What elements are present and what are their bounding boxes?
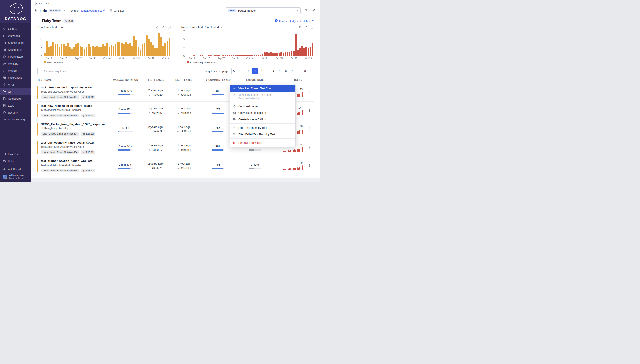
page-button-1[interactable]: 1 [252, 68, 258, 74]
page-button-2[interactable]: 2 [258, 68, 264, 74]
user-menu[interactable]: william.mcmul... Datadog Demo (... [0, 172, 31, 181]
branch-dropdown-chevron-icon[interactable] [64, 9, 66, 12]
chart-metric-dropdown-chevron-icon[interactable] [220, 26, 223, 28]
tag-pill[interactable]: Linux Ubuntu Bionic 18.04 amd64 [41, 95, 79, 99]
avg-duration-cell: 1 min 37 s [109, 108, 141, 114]
sidebar-item-ci[interactable]: CI [0, 88, 31, 95]
page-button-6[interactable]: 6 [283, 68, 289, 74]
row-actions-button[interactable] [305, 127, 314, 131]
first-flaked-cell: 2 years agocb6f582 [141, 107, 170, 115]
test-name: DEMO_Factor_New_life_short_"OK"_response [41, 122, 105, 126]
commits-bar-fill [212, 150, 224, 150]
menu-item-view-last-flaked-test-run[interactable]: View Last Flaked Test Run [230, 85, 295, 92]
tag-pill[interactable]: go 1.15.12 [81, 95, 95, 99]
bar [305, 47, 307, 56]
sidebar-item-apm[interactable]: APM› [0, 81, 31, 88]
first-flaked-commit[interactable]: cb6f582 [148, 112, 162, 115]
table-row[interactable]: test_brother_section_nation_who_setTestW… [38, 157, 314, 175]
tag-pill[interactable]: Linux Ubuntu Bionic 18.04 amd64 [41, 132, 79, 136]
search-input[interactable] [44, 70, 86, 73]
column-first-flaked[interactable]: FIRST FLAKED [141, 79, 170, 81]
tag-pill[interactable]: Linux Ubuntu Bionic 18.04 amd64 [41, 169, 79, 172]
prev-page-arrow-icon[interactable] [246, 70, 252, 73]
spark-bar [283, 169, 284, 170]
scope-icon[interactable] [299, 26, 302, 29]
repo-link[interactable]: DataDog/shopist [81, 9, 105, 12]
column-trend[interactable]: TREND [272, 79, 305, 81]
flaky-help-link[interactable]: ? How are flaky tests defined? [275, 19, 314, 23]
page-button-4[interactable]: 4 [271, 68, 276, 74]
menu-item-remove-flaky-test[interactable]: Remove Flaky Test [230, 140, 295, 146]
sidebar-item-help[interactable]: Help› [0, 158, 31, 165]
first-flaked-commit[interactable]: 43e0a29 [148, 167, 162, 170]
sidebar-item-service-mgmt[interactable]: Service Mgmt› [0, 39, 31, 46]
column-last-flaked[interactable]: LAST FLAKED [170, 79, 198, 81]
row-actions-button[interactable] [305, 90, 314, 94]
collapse-section-chevron-icon[interactable] [38, 20, 40, 22]
last-flaked-commit[interactable]: 865cbf1 [177, 148, 191, 152]
page-button-3[interactable]: 3 [265, 68, 270, 74]
menu-item-copy-issue-description[interactable]: Copy issue description [230, 110, 295, 116]
tag-pill[interactable]: go 1.15.12 [81, 169, 95, 172]
menu-item-filter-test-runs-by-test[interactable]: Filter Test Runs by Test [230, 124, 295, 131]
column-average-duration[interactable]: AVERAGE DURATION [109, 79, 141, 81]
breadcrumb-root[interactable]: CI [39, 2, 42, 5]
last-flaked-commit[interactable]: 710faeb [177, 112, 191, 115]
sidebar-item-integrations[interactable]: Integrations› [0, 74, 31, 81]
bar [131, 46, 133, 56]
export-icon[interactable] [305, 26, 308, 29]
page-button-7[interactable]: 7 [289, 68, 295, 74]
column-failure-rate[interactable]: FAILURE RATE [238, 79, 272, 81]
per-page-select[interactable]: 5 [231, 68, 242, 74]
sidebar-item-ask-bits-ai[interactable]: Ask Bits AI [0, 166, 31, 172]
sidebar-item-monitors[interactable]: Monitors› [0, 60, 31, 67]
column-commits-flaked[interactable]: COMMITS FLAKED [198, 79, 238, 81]
tag-pill[interactable]: Linux Ubuntu Bionic 18.04 amd64 [41, 150, 79, 154]
next-page-arrow-icon[interactable] [308, 70, 314, 73]
export-icon[interactable] [162, 26, 165, 29]
bar [135, 40, 137, 56]
last-flaked-commit[interactable]: 9debaa6 [177, 94, 191, 96]
menu-item-copy-test-name[interactable]: Copy test name [230, 103, 295, 110]
sidebar-item-notebooks[interactable]: Notebooks [0, 95, 31, 102]
x-tick-label: Oct 22 [291, 57, 297, 60]
first-flaked-commit[interactable]: 43e0a29 [148, 94, 162, 96]
tag-pill[interactable]: go 1.15.12 [81, 132, 95, 136]
menu-item-create-issue-in-github[interactable]: Create issue in GitHub [230, 116, 295, 122]
scope-icon[interactable] [156, 26, 159, 29]
column-test-name[interactable]: TEST NAME [38, 79, 109, 81]
first-flaked-commit[interactable]: 43e0a29 [148, 130, 162, 133]
sidebar-item-logs[interactable]: Logs› [0, 102, 31, 109]
row-actions-button[interactable] [305, 146, 314, 150]
tag-pill[interactable]: go 1.15.12 [81, 150, 95, 154]
time-range-select[interactable]: 2mo Past 2 Months [226, 8, 301, 14]
chart-plot[interactable] [187, 30, 314, 56]
refresh-button[interactable] [303, 8, 309, 14]
sidebar-item-metrics[interactable]: Metrics› [0, 67, 31, 74]
tag-pill[interactable]: Linux Ubuntu Bionic 18.04 amd64 [41, 114, 79, 117]
sidebar-item-go-to[interactable]: Go to... [0, 25, 31, 32]
sidebar-item-infrastructure[interactable]: Infrastructure› [0, 53, 31, 60]
page-button-58[interactable]: 58 [301, 68, 307, 74]
sidebar-item-live-chat[interactable]: Live Chat [0, 151, 31, 158]
sidebar-item-ux-monitoring[interactable]: UX Monitoring› [0, 116, 31, 123]
row-actions-button[interactable] [305, 164, 314, 168]
tag-pill[interactable]: go 1.15.12 [81, 114, 95, 117]
sidebar-item-security[interactable]: Security› [0, 109, 31, 116]
search-box[interactable] [38, 68, 88, 74]
row-actions-button[interactable] [305, 109, 314, 113]
sidebar-item-dashboards[interactable]: Dashboards [0, 46, 31, 53]
bar [106, 43, 108, 56]
page-button-5[interactable]: 5 [277, 68, 283, 74]
expand-icon[interactable] [168, 26, 171, 29]
first-flaked-commit[interactable]: a3b5df7 [148, 148, 162, 152]
last-flaked-commit[interactable]: c998b41 [177, 130, 191, 133]
settings-button[interactable] [311, 8, 317, 14]
expand-icon[interactable] [310, 26, 314, 29]
trend-cell: -150 [272, 162, 305, 170]
last-flaked-commit[interactable]: 865cbf1 [177, 167, 191, 170]
chart-plot[interactable] [44, 30, 171, 56]
sidebar-item-watchdog[interactable]: Watchdog [0, 32, 31, 39]
menu-item-filter-failed-test-runs-by-test[interactable]: Filter Failed Test Runs by Test [230, 131, 295, 138]
datadog-logo[interactable]: DATADOG [0, 0, 31, 23]
